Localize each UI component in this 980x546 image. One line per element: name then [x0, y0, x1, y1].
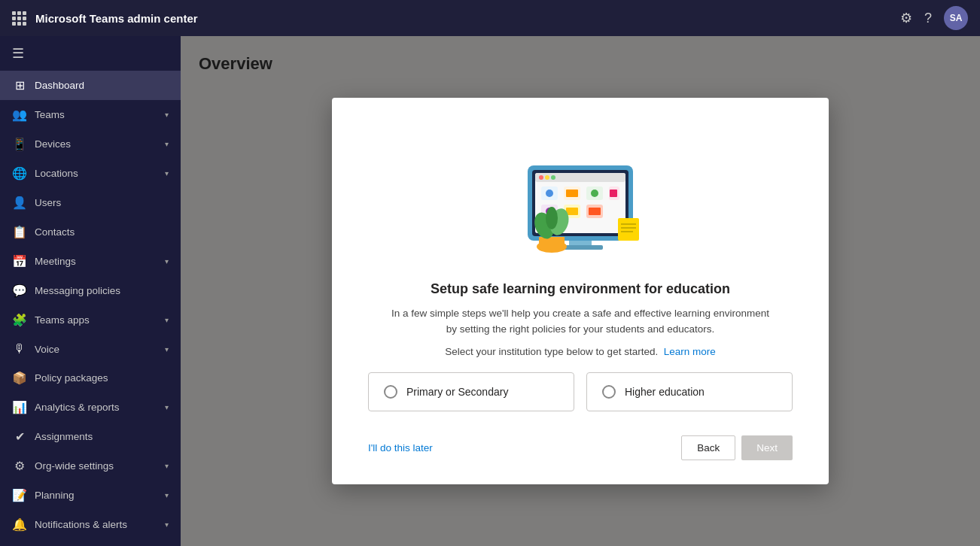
option-higher-education[interactable]: Higher education — [586, 372, 793, 411]
chevron-down-icon: ▾ — [165, 257, 169, 265]
sidebar-item-label: Devices — [35, 138, 157, 150]
modal-footer-right: Back Next — [681, 435, 793, 460]
voice-icon: 🎙 — [12, 342, 27, 356]
modal-overlay: Setup safe learning environment for educ… — [181, 36, 980, 546]
users-icon: 👤 — [12, 196, 27, 210]
sidebar-item-label: Teams apps — [35, 314, 157, 326]
policy-packages-icon: 📦 — [12, 371, 27, 385]
chevron-down-icon: ▾ — [165, 316, 169, 324]
svg-rect-19 — [610, 190, 617, 197]
modal-select-text: Select your institution type below to ge… — [445, 346, 715, 357]
chevron-down-icon: ▾ — [165, 169, 169, 177]
radio-primary-secondary[interactable] — [384, 385, 397, 399]
sidebar-item-devices[interactable]: 📱 Devices ▾ — [0, 129, 181, 159]
org-settings-icon: ⚙ — [12, 459, 27, 473]
sidebar-item-storybook[interactable]: 📖 Storybook — [0, 539, 181, 546]
meetings-icon: 📅 — [12, 254, 27, 268]
sidebar-item-dashboard[interactable]: ⊞ Dashboard — [0, 71, 181, 100]
sidebar-item-notifications[interactable]: 🔔 Notifications & alerts ▾ — [0, 510, 181, 539]
chevron-down-icon: ▾ — [165, 403, 169, 411]
sidebar-item-locations[interactable]: 🌐 Locations ▾ — [0, 159, 181, 188]
modal-title: Setup safe learning environment for educ… — [431, 281, 730, 297]
svg-point-7 — [545, 175, 549, 180]
main-layout: ☰ ⊞ Dashboard 👥 Teams ▾ 📱 Devices ▾ 🌐 Lo… — [0, 36, 980, 546]
sidebar-item-label: Analytics & reports — [35, 402, 157, 413]
sidebar-item-label: Teams — [35, 109, 157, 120]
sidebar-item-policy-packages[interactable]: 📦 Policy packages — [0, 363, 181, 393]
modal-options: Primary or Secondary Higher education — [368, 372, 793, 411]
chevron-down-icon: ▾ — [165, 520, 169, 529]
topbar: Microsoft Teams admin center ⚙ ? SA — [0, 0, 980, 36]
teams-apps-icon: 🧩 — [12, 313, 27, 327]
sidebar-item-label: Notifications & alerts — [35, 519, 157, 530]
chevron-down-icon: ▾ — [165, 140, 169, 148]
topbar-icons: ⚙ ? SA — [900, 6, 968, 30]
svg-point-31 — [546, 207, 558, 229]
messaging-icon: 💬 — [12, 284, 27, 298]
svg-rect-23 — [618, 218, 639, 241]
sidebar-item-teams-apps[interactable]: 🧩 Teams apps ▾ — [0, 305, 181, 335]
learn-more-link[interactable]: Learn more — [664, 346, 716, 357]
option-primary-secondary[interactable]: Primary or Secondary — [368, 372, 574, 411]
sidebar-item-label: Dashboard — [35, 80, 169, 91]
chevron-down-icon: ▾ — [165, 462, 169, 470]
settings-icon[interactable]: ⚙ — [900, 10, 912, 26]
option-label: Higher education — [625, 386, 705, 398]
sidebar-item-meetings[interactable]: 📅 Meetings ▾ — [0, 247, 181, 276]
analytics-icon: 📊 — [12, 400, 27, 414]
radio-higher-education[interactable] — [602, 385, 616, 399]
content-area: Overview — [181, 36, 980, 546]
svg-rect-22 — [589, 208, 601, 215]
svg-point-18 — [591, 190, 598, 197]
svg-rect-17 — [566, 190, 578, 197]
assignments-icon: ✔ — [12, 429, 27, 444]
modal-dialog: Setup safe learning environment for educ… — [332, 98, 829, 484]
sidebar-item-label: Contacts — [35, 226, 169, 238]
option-label: Primary or Secondary — [406, 386, 508, 398]
locations-icon: 🌐 — [12, 166, 27, 180]
sidebar-item-voice[interactable]: 🎙 Voice ▾ — [0, 335, 181, 363]
svg-point-8 — [551, 175, 555, 180]
chevron-down-icon: ▾ — [165, 491, 169, 499]
hamburger-button[interactable]: ☰ — [0, 36, 181, 71]
sidebar-item-label: Users — [35, 197, 169, 208]
sidebar-item-label: Messaging policies — [35, 285, 169, 296]
sidebar-item-label: Policy packages — [35, 372, 169, 384]
sidebar: ☰ ⊞ Dashboard 👥 Teams ▾ 📱 Devices ▾ 🌐 Lo… — [0, 36, 181, 546]
app-title: Microsoft Teams admin center — [35, 12, 891, 25]
sidebar-item-assignments[interactable]: ✔ Assignments — [0, 422, 181, 451]
do-later-button[interactable]: I'll do this later — [368, 442, 433, 453]
teams-icon: 👥 — [12, 108, 27, 122]
sidebar-item-org-settings[interactable]: ⚙ Org-wide settings ▾ — [0, 451, 181, 481]
sidebar-item-contacts[interactable]: 📋 Contacts — [0, 217, 181, 247]
next-button[interactable]: Next — [741, 435, 793, 460]
devices-icon: 📱 — [12, 137, 27, 151]
sidebar-item-label: Meetings — [35, 256, 157, 267]
modal-footer: I'll do this later Back Next — [368, 435, 793, 460]
sidebar-item-analytics[interactable]: 📊 Analytics & reports ▾ — [0, 393, 181, 422]
contacts-icon: 📋 — [12, 225, 27, 239]
svg-point-16 — [546, 190, 553, 197]
modal-illustration — [498, 128, 663, 263]
avatar[interactable]: SA — [944, 6, 968, 30]
back-button[interactable]: Back — [681, 435, 735, 460]
sidebar-item-label: Assignments — [35, 431, 169, 442]
sidebar-item-planning[interactable]: 📝 Planning ▾ — [0, 481, 181, 510]
dashboard-icon: ⊞ — [12, 78, 27, 93]
sidebar-item-label: Locations — [35, 168, 157, 179]
help-icon[interactable]: ? — [924, 11, 932, 26]
sidebar-item-label: Planning — [35, 490, 157, 501]
notifications-icon: 🔔 — [12, 517, 27, 532]
sidebar-item-teams[interactable]: 👥 Teams ▾ — [0, 100, 181, 129]
svg-rect-28 — [539, 237, 565, 249]
sidebar-item-users[interactable]: 👤 Users — [0, 188, 181, 217]
sidebar-item-label: Org-wide settings — [35, 460, 157, 472]
app-grid-icon[interactable] — [12, 11, 26, 26]
svg-point-6 — [539, 175, 543, 180]
sidebar-item-messaging[interactable]: 💬 Messaging policies — [0, 276, 181, 305]
chevron-down-icon: ▾ — [165, 345, 169, 353]
svg-rect-21 — [566, 208, 578, 215]
sidebar-item-label: Voice — [35, 344, 157, 355]
modal-description: In a few simple steps we'll help you cre… — [385, 306, 776, 337]
chevron-down-icon: ▾ — [165, 111, 169, 119]
